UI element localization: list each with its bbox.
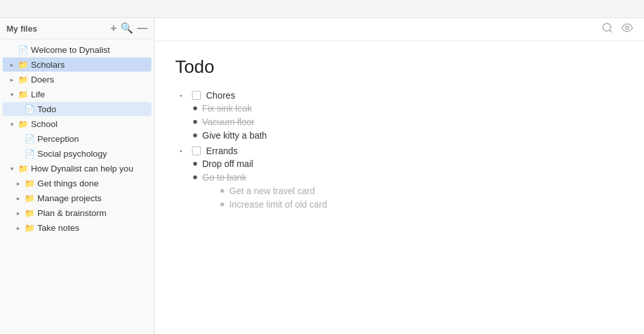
bank-sub-list: Get a new travel card Increase limit of … (220, 186, 623, 210)
sidebar-label-plan-brainstorm: Plan & brainstorm (37, 208, 106, 218)
chores-header-row: • Chores (175, 90, 623, 101)
errands-label: Errands (206, 146, 238, 156)
list-item-travel-card: Get a new travel card (220, 186, 623, 196)
toggle-how-dynalist[interactable] (6, 163, 17, 173)
section-errands: • Errands Drop off mail Go to bank (175, 146, 623, 210)
sidebar-label-todo: Todo (37, 104, 56, 114)
sidebar-item-perception[interactable]: 📄 Perception (3, 132, 151, 146)
search-icon[interactable] (601, 22, 613, 37)
folder-icon-take-notes: 📁 (24, 223, 35, 233)
file-icon-social-psychology: 📄 (24, 149, 35, 159)
folder-icon-manage-projects: 📁 (24, 193, 35, 203)
bullet-travel-card (220, 189, 224, 193)
folder-icon-school: 📁 (18, 119, 28, 129)
sidebar-item-todo[interactable]: 📄 Todo (3, 102, 151, 116)
sidebar-header-actions: + 🔍 — (111, 23, 147, 34)
folder-icon-life: 📁 (18, 90, 28, 99)
folder-icon-get-things-done: 📁 (24, 179, 35, 188)
sidebar-label-how-dynalist: How Dynalist can help you (31, 164, 133, 173)
vacuum-label: Vacuum floor (202, 117, 254, 127)
sidebar-label-social-psychology: Social psychology (37, 149, 107, 159)
toggle-scholars[interactable] (6, 59, 17, 70)
header-icons (601, 22, 634, 37)
section-chores: • Chores Fix sink leak Vacuum floor (175, 90, 623, 141)
add-file-button[interactable]: + (111, 23, 117, 34)
toggle-plan-brainstorm[interactable] (13, 208, 23, 218)
errands-bullet: • (175, 147, 187, 155)
file-icon-welcome: 📄 (18, 45, 28, 55)
bullet-drop-mail (193, 162, 197, 166)
toggle-manage-projects[interactable] (13, 193, 23, 203)
file-icon-perception: 📄 (24, 134, 35, 144)
sidebar-item-take-notes[interactable]: 📁 Take notes (3, 221, 151, 235)
bullet-go-bank (193, 175, 197, 179)
list-item-increase-limit: Increase limit of old card (220, 199, 623, 210)
chores-label: Chores (206, 90, 235, 101)
toggle-school[interactable] (6, 119, 17, 129)
sidebar-item-welcome[interactable]: 📄 Welcome to Dynalist (3, 43, 151, 57)
drop-mail-label: Drop off mail (202, 159, 253, 169)
toggle-get-things-done[interactable] (13, 178, 23, 188)
svg-point-2 (626, 26, 629, 30)
eye-icon[interactable] (621, 22, 634, 37)
list-item-kitty: Give kitty a bath (193, 130, 623, 141)
sidebar-label-scholars: Scholars (31, 60, 65, 70)
page-title: Todo (175, 57, 623, 77)
bullet-increase-limit (220, 202, 224, 206)
my-files-label: My files (6, 24, 37, 34)
list-item-go-bank: Go to bank (193, 172, 623, 182)
bullet-fix-sink (193, 106, 197, 110)
chores-bullet: • (175, 92, 187, 99)
errands-checkbox[interactable] (192, 146, 201, 155)
folder-icon-how-dynalist: 📁 (18, 164, 28, 173)
sidebar-header: My files + 🔍 — (0, 18, 154, 39)
top-bar (0, 0, 644, 18)
content-area: Todo • Chores Fix sink leak (155, 18, 644, 334)
errands-sub-list: Drop off mail Go to bank Get a new trave… (193, 159, 623, 210)
travel-card-label: Get a new travel card (229, 186, 315, 196)
sidebar-item-life[interactable]: 📁 Life (3, 87, 151, 101)
collapse-button[interactable]: — (137, 23, 147, 34)
errands-header-row: • Errands (175, 146, 623, 156)
sidebar-label-life: Life (31, 90, 45, 99)
list-item-fix-sink: Fix sink leak (193, 103, 623, 113)
sidebar-item-get-things-done[interactable]: 📁 Get things done (3, 176, 151, 190)
increase-limit-label: Increase limit of old card (229, 199, 327, 210)
content-header (155, 18, 644, 41)
folder-icon-plan-brainstorm: 📁 (24, 208, 35, 218)
sidebar-item-doers[interactable]: 📁 Doers (3, 72, 151, 86)
sidebar-item-how-dynalist[interactable]: 📁 How Dynalist can help you (3, 161, 151, 175)
sidebar-label-get-things-done: Get things done (37, 179, 99, 188)
toggle-life[interactable] (6, 89, 17, 99)
sidebar: My files + 🔍 — 📄 Welcome to Dynalist 📁 S… (0, 18, 155, 334)
list-item-drop-mail: Drop off mail (193, 159, 623, 169)
fix-sink-label: Fix sink leak (202, 103, 252, 113)
sidebar-label-take-notes: Take notes (37, 223, 79, 233)
sidebar-label-welcome: Welcome to Dynalist (31, 45, 110, 55)
sidebar-item-scholars[interactable]: 📁 Scholars (3, 57, 151, 72)
sidebar-label-doers: Doers (31, 75, 54, 84)
sidebar-item-social-psychology[interactable]: 📄 Social psychology (3, 146, 151, 161)
sidebar-item-plan-brainstorm[interactable]: 📁 Plan & brainstorm (3, 206, 151, 220)
sidebar-label-school: School (31, 119, 57, 129)
kitty-label: Give kitty a bath (202, 130, 267, 141)
sidebar-label-manage-projects: Manage projects (37, 193, 102, 203)
folder-icon-scholars: 📁 (18, 60, 28, 70)
folder-icon-doers: 📁 (18, 75, 28, 84)
list-item-vacuum: Vacuum floor (193, 117, 623, 127)
toggle-doers[interactable] (6, 74, 17, 84)
sidebar-item-manage-projects[interactable]: 📁 Manage projects (3, 191, 151, 205)
todo-list: • Chores Fix sink leak Vacuum floor (175, 90, 623, 210)
sidebar-tree: 📄 Welcome to Dynalist 📁 Scholars 📁 Doers… (0, 39, 154, 238)
content-body: Todo • Chores Fix sink leak (155, 41, 644, 334)
toggle-take-notes[interactable] (13, 222, 23, 233)
go-bank-label: Go to bank (202, 172, 247, 182)
bullet-kitty (193, 133, 197, 137)
chores-sub-list: Fix sink leak Vacuum floor Give kitty a … (193, 103, 623, 141)
bullet-vacuum (193, 120, 197, 124)
chores-checkbox[interactable] (192, 91, 201, 100)
svg-line-1 (609, 30, 611, 32)
sidebar-label-perception: Perception (37, 134, 79, 144)
search-button[interactable]: 🔍 (120, 23, 133, 34)
sidebar-item-school[interactable]: 📁 School (3, 117, 151, 131)
